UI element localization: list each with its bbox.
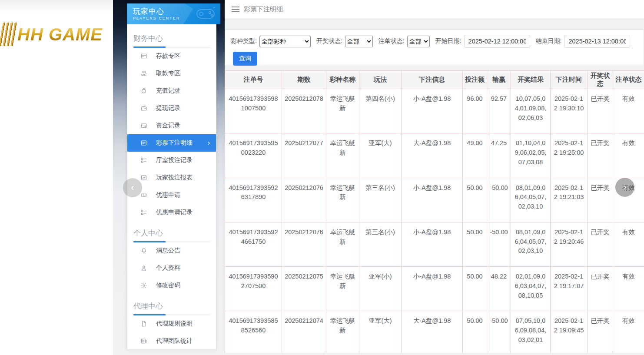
end-date-input[interactable] (564, 35, 630, 48)
sidebar-item-profile[interactable]: 个人资料 (127, 259, 216, 277)
chevron-right-icon: › (208, 139, 210, 147)
cell: 20250212074 (282, 311, 326, 353)
withdraw-zone-icon (140, 70, 147, 77)
sidebar-item-change-password[interactable]: 修改密码 (127, 277, 216, 294)
sidebar-item-label: 彩票下注明细 (156, 139, 208, 147)
cell: 大-A盘@1.98 (402, 311, 463, 353)
column-header: 开奖状态 (588, 71, 613, 89)
agent-team-stats-icon (140, 338, 147, 345)
sidebar-item-recharge-records[interactable]: 充值记录 (127, 82, 216, 100)
cell: 401569173935981007500 (225, 89, 282, 133)
column-header: 输赢 (487, 71, 511, 89)
sidebar-item-label: 修改密码 (156, 282, 216, 289)
hall-bet-records-icon (140, 157, 147, 164)
column-header: 注单状态 (613, 71, 644, 89)
cell: 02,01,09,06,03,04,07,08,10,05 (511, 267, 551, 311)
table-row: 40156917393592466175020250212076幸运飞艇新第三名… (225, 222, 644, 266)
cell: 2025-02-12 19:25:00 (551, 133, 588, 178)
column-header: 玩法 (359, 71, 402, 89)
cell: 幸运飞艇新 (326, 222, 359, 266)
cell: 亚军(大) (359, 311, 402, 353)
sidebar-item-label: 厅室投注记录 (156, 156, 216, 164)
sidebar-item-agent-rules[interactable]: 代理规则说明 (127, 315, 216, 332)
cell: 已开奖 (588, 267, 613, 311)
cell: 401569173935924661750 (225, 222, 282, 266)
deposit-zone-icon (140, 53, 147, 60)
sidebar-item-withdraw-zone[interactable]: 取款专区 (127, 65, 216, 82)
scroll-right-button[interactable]: › (615, 178, 634, 197)
promo-apply-icon (140, 192, 147, 199)
cell: 08,01,09,06,04,05,07,02,03,10 (511, 222, 551, 266)
cell: 10,07,05,04,01,09,08,02,06,03 (511, 89, 551, 133)
sidebar-item-lottery-bet-details[interactable]: 彩票下注明细› (127, 134, 216, 152)
table-row: 40156917393585852656020250212074幸运飞艇新亚军(… (225, 311, 644, 353)
profile-icon (140, 265, 147, 272)
cell: 幸运飞艇新 (326, 178, 359, 222)
cell: 小-A盘@1.98 (402, 222, 463, 266)
sidebar-item-agent-team-stats[interactable]: 代理团队统计 (127, 332, 216, 349)
cell: 401569173935950023220 (225, 133, 282, 178)
cell: 20250212075 (282, 267, 326, 311)
funds-records-icon (140, 122, 147, 129)
cell: 幸运飞艇新 (326, 267, 359, 311)
cell: 2025-02-12 19:30:10 (551, 89, 588, 133)
start-date-input[interactable] (464, 35, 530, 48)
cell: -50.00 (487, 222, 511, 266)
cell: 小-A盘@1.98 (402, 89, 463, 133)
cell: 401569173935926317890 (225, 178, 282, 222)
sidebar-item-announcements[interactable]: 消息公告 (127, 242, 216, 259)
cell: 已开奖 (588, 178, 613, 222)
change-password-icon (140, 282, 147, 289)
sidebar-item-promo-apply-records[interactable]: 优惠申请记录 (127, 204, 216, 221)
collapse-left-button[interactable]: ‹ (123, 178, 142, 197)
column-header: 期数 (282, 71, 326, 89)
sidebar-item-label: 优惠申请记录 (156, 209, 216, 216)
cell: 96.00 (463, 89, 487, 133)
cell: 50.00 (463, 222, 487, 266)
sidebar: 玩家中心 PLAYERS CENTER 财务中心存款专区取款专区充值记录提现记录… (127, 3, 216, 350)
brand-logo-text: HH GAME (17, 25, 103, 44)
cell: 47.25 (487, 133, 511, 178)
table-row: 40156917393590270750020250212075幸运飞艇新亚军(… (225, 267, 644, 311)
sidebar-item-hall-bet-records[interactable]: 厅室投注记录 (127, 152, 216, 169)
chevron-left-icon: ‹ (131, 182, 134, 193)
table-header-row: 注单号期数彩种名称玩法下注信息投注额输赢开奖结果下注时间开奖状态注单状态 (225, 71, 644, 89)
lottery-type-select[interactable]: 全部彩种 (259, 36, 311, 47)
cell: 50.00 (463, 267, 487, 311)
sidebar-item-label: 个人资料 (156, 264, 216, 272)
cell: -50.00 (487, 311, 511, 353)
table-row: 40156917393598100750020250212078幸运飞艇新第四名… (225, 89, 644, 133)
cell: 有效 (613, 222, 644, 266)
cell: 20250212076 (282, 178, 326, 222)
recharge-records-icon (140, 87, 147, 94)
draw-status-select[interactable]: 全部 (345, 36, 373, 47)
hamburger-menu-icon[interactable] (232, 7, 239, 12)
sidebar-item-label: 资金记录 (156, 122, 216, 129)
draw-status-label: 开奖状态: (316, 37, 342, 45)
gamepad-icon (194, 6, 217, 23)
column-header: 投注额 (463, 71, 487, 89)
cell: 401569173935902707500 (225, 267, 282, 311)
search-button[interactable]: 查询 (233, 52, 257, 66)
top-tint (0, 0, 113, 13)
promo-apply-records-icon (140, 209, 147, 216)
sidebar-item-withdrawal-records[interactable]: 提现记录 (127, 100, 216, 117)
sidebar-item-label: 代理团队统计 (156, 337, 216, 345)
sidebar-item-deposit-zone[interactable]: 存款专区 (127, 47, 216, 65)
cell: 有效 (613, 311, 644, 353)
column-header: 开奖结果 (511, 71, 551, 89)
cell: 第三名(小) (359, 222, 402, 266)
cell: 20250212077 (282, 133, 326, 178)
bet-status-label: 注单状态: (378, 37, 405, 45)
table-row: 40156917393592631789020250212076幸运飞艇新第三名… (225, 178, 644, 222)
sidebar-item-funds-records[interactable]: 资金记录 (127, 117, 216, 134)
cell: 01,10,04,09,06,02,05,07,03,08 (511, 133, 551, 178)
page-title: 彩票下注明细 (244, 5, 283, 13)
cell: 幸运飞艇新 (326, 133, 359, 178)
filter-panel: 彩种类型: 全部彩种 开奖状态: 全部 注单状态: 全部 开始日期: (225, 30, 644, 66)
cell: 已开奖 (588, 133, 613, 178)
cell: 20250212078 (282, 89, 326, 133)
bet-status-select[interactable]: 全部 (407, 36, 430, 47)
sidebar-item-label: 优惠申请 (156, 191, 216, 199)
column-header: 注单号 (225, 71, 282, 89)
